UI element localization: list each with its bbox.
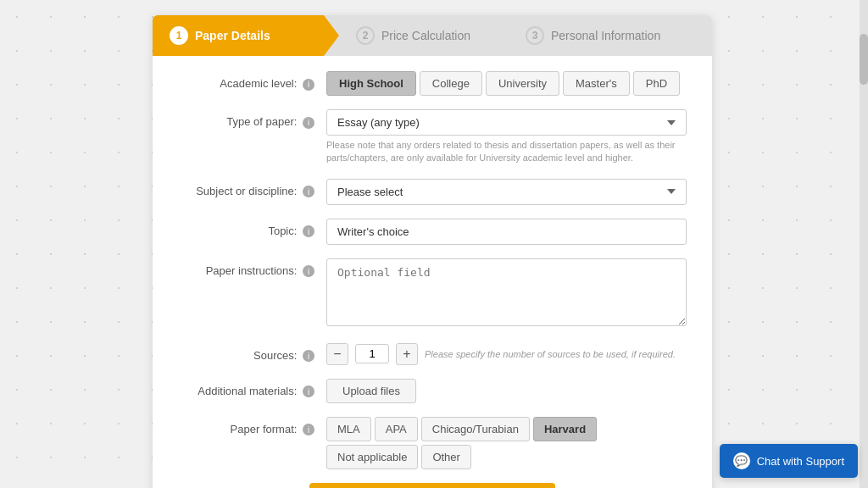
academic-level-label: Academic level: i	[178, 71, 326, 91]
scrollbar-thumb[interactable]	[860, 34, 868, 85]
level-btn-highschool[interactable]: High School	[326, 71, 416, 96]
sources-increment-button[interactable]: +	[396, 343, 418, 365]
sources-row: Sources: i − + Please specify the number…	[178, 343, 687, 365]
paper-instructions-controls	[326, 258, 687, 330]
subject-discipline-label: Subject or discipline: i	[178, 179, 326, 198]
step-personal-information[interactable]: 3 Personal Information	[509, 15, 678, 56]
format-buttons: MLA APA Chicago/Turabian Harvard Not app…	[326, 417, 687, 469]
step1-label: Paper Details	[195, 29, 270, 42]
level-btn-college[interactable]: College	[420, 71, 482, 96]
additional-materials-controls: Upload files	[326, 379, 687, 403]
paper-format-controls: MLA APA Chicago/Turabian Harvard Not app…	[326, 417, 687, 469]
sources-label: Sources: i	[178, 343, 326, 363]
step2-circle: 2	[356, 26, 375, 45]
format-btn-chicago[interactable]: Chicago/Turabian	[421, 417, 530, 441]
topic-input[interactable]	[326, 219, 687, 245]
proceed-row: Proceed to Price Calculation →	[178, 483, 687, 488]
paper-instructions-row: Paper instructions: i	[178, 258, 687, 330]
paper-format-row: Paper format: i MLA APA Chicago/Turabian…	[178, 417, 687, 469]
chat-label: Chat with Support	[757, 455, 844, 468]
progress-bar: 1 Paper Details 2 Price Calculation 3 Pe…	[153, 15, 712, 56]
level-btn-university[interactable]: University	[486, 71, 559, 96]
subject-discipline-info-icon[interactable]: i	[303, 186, 314, 197]
upload-files-button[interactable]: Upload files	[326, 379, 416, 403]
academic-level-controls: High School College University Master's …	[326, 71, 687, 96]
format-btn-harvard[interactable]: Harvard	[533, 417, 597, 441]
topic-label: Topic: i	[178, 219, 326, 238]
academic-level-info-icon[interactable]: i	[303, 79, 314, 91]
paper-instructions-label: Paper instructions: i	[178, 258, 326, 278]
additional-materials-label: Additional materials: i	[178, 379, 326, 398]
paper-format-label: Paper format: i	[178, 417, 326, 436]
subject-discipline-select[interactable]: Please select Mathematics English	[326, 179, 687, 205]
type-of-paper-info-icon[interactable]: i	[303, 117, 314, 129]
level-btn-masters[interactable]: Master's	[563, 71, 630, 96]
step2-label: Price Calculation	[381, 29, 470, 42]
level-btn-phd[interactable]: PhD	[633, 71, 680, 96]
topic-row: Topic: i	[178, 219, 687, 245]
format-btn-other[interactable]: Other	[421, 445, 471, 469]
paper-instructions-textarea[interactable]	[326, 258, 687, 326]
format-btn-not-applicable[interactable]: Not applicable	[326, 445, 418, 469]
step-price-calculation[interactable]: 2 Price Calculation	[339, 15, 509, 56]
step1-circle: 1	[170, 26, 188, 45]
additional-materials-row: Additional materials: i Upload files	[178, 379, 687, 403]
sources-controls-wrap: − + Please specify the number of sources…	[326, 343, 687, 365]
step3-circle: 3	[526, 26, 544, 45]
form-area: Academic level: i High School College Un…	[153, 56, 712, 488]
format-btn-mla[interactable]: MLA	[326, 417, 371, 441]
chat-icon: 💬	[733, 452, 750, 469]
sources-controls: − + Please specify the number of sources…	[326, 343, 687, 365]
topic-info-icon[interactable]: i	[303, 225, 314, 237]
chat-support-button[interactable]: 💬 Chat with Support	[720, 444, 858, 478]
scrollbar-track[interactable]	[860, 0, 868, 488]
type-of-paper-row: Type of paper: i Essay (any type) Resear…	[178, 109, 687, 165]
step-paper-details[interactable]: 1 Paper Details	[153, 15, 339, 56]
paper-format-info-icon[interactable]: i	[303, 424, 314, 435]
sources-decrement-button[interactable]: −	[326, 343, 348, 365]
paper-instructions-info-icon[interactable]: i	[303, 265, 314, 277]
type-of-paper-label: Type of paper: i	[178, 109, 326, 129]
format-btn-apa[interactable]: APA	[375, 417, 418, 441]
subject-discipline-row: Subject or discipline: i Please select M…	[178, 179, 687, 205]
level-buttons: High School College University Master's …	[326, 71, 687, 96]
topic-controls	[326, 219, 687, 245]
type-of-paper-controls: Essay (any type) Research Paper Disserta…	[326, 109, 687, 165]
subject-discipline-controls: Please select Mathematics English	[326, 179, 687, 205]
academic-level-row: Academic level: i High School College Un…	[178, 71, 687, 96]
sources-quantity-input[interactable]	[355, 344, 389, 363]
sources-note: Please specify the number of sources to …	[425, 349, 676, 359]
type-of-paper-note: Please note that any orders related to t…	[326, 139, 687, 165]
step3-label: Personal Information	[551, 29, 660, 42]
type-of-paper-select[interactable]: Essay (any type) Research Paper Disserta…	[326, 109, 687, 136]
main-card: 1 Paper Details 2 Price Calculation 3 Pe…	[153, 15, 712, 488]
proceed-button[interactable]: Proceed to Price Calculation →	[309, 483, 554, 488]
sources-info-icon[interactable]: i	[303, 350, 314, 362]
additional-materials-info-icon[interactable]: i	[303, 385, 314, 397]
